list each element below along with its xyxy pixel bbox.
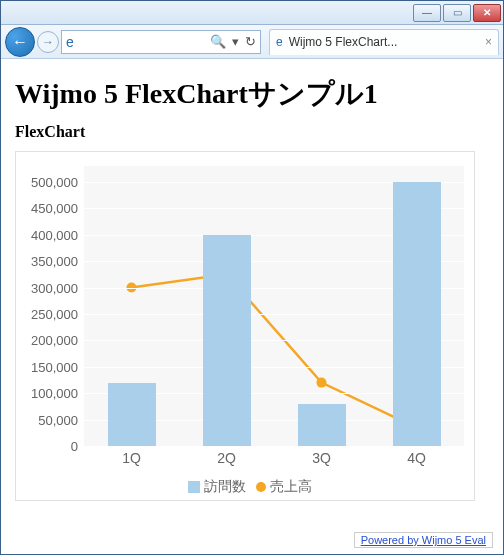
legend-swatch-bar <box>188 481 200 493</box>
legend-label: 売上高 <box>270 478 312 494</box>
chart-legend: 訪問数売上高 <box>16 478 474 496</box>
chart-line <box>132 274 417 427</box>
chart-y-tick: 50,000 <box>18 412 78 427</box>
close-button[interactable]: ✕ <box>473 4 501 22</box>
page-content: Wijmo 5 FlexChartサンプル1 FlexChart 訪問数売上高 … <box>1 59 503 554</box>
chart-y-tick: 500,000 <box>18 174 78 189</box>
forward-button[interactable]: → <box>37 31 59 53</box>
chart-y-tick: 150,000 <box>18 359 78 374</box>
chart-x-tick: 2Q <box>217 450 236 466</box>
wijmo-eval-link[interactable]: Powered by Wijmo 5 Eval <box>354 532 493 548</box>
maximize-button[interactable]: ▭ <box>443 4 471 22</box>
flexchart: 訪問数売上高 050,000100,000150,000200,000250,0… <box>15 151 475 501</box>
chart-y-tick: 100,000 <box>18 386 78 401</box>
back-button[interactable]: ← <box>5 27 35 57</box>
chart-y-tick: 300,000 <box>18 280 78 295</box>
arrow-left-icon: ← <box>12 33 28 51</box>
tab-close-icon[interactable]: × <box>485 35 492 49</box>
search-icon[interactable]: 🔍 <box>210 34 226 49</box>
chart-x-tick: 4Q <box>407 450 426 466</box>
chart-x-tick: 1Q <box>122 450 141 466</box>
close-icon: ✕ <box>483 7 491 18</box>
chart-bar <box>298 404 346 446</box>
ie-icon: e <box>66 34 74 50</box>
legend-swatch-dot <box>256 482 266 492</box>
chart-bar <box>203 235 251 446</box>
chart-bar <box>393 182 441 446</box>
browser-toolbar: ← → e 🔍 ▾ ↻ e Wijmo 5 FlexChart... × <box>1 25 503 59</box>
window-titlebar: — ▭ ✕ <box>1 1 503 25</box>
ie-icon: e <box>276 35 283 49</box>
browser-window: — ▭ ✕ ← → e 🔍 ▾ ↻ e Wijmo 5 FlexChart...… <box>0 0 504 555</box>
tab-title: Wijmo 5 FlexChart... <box>289 35 398 49</box>
chart-y-tick: 0 <box>18 439 78 454</box>
refresh-icon[interactable]: ↻ <box>245 34 256 49</box>
maximize-icon: ▭ <box>453 7 462 18</box>
chart-x-tick: 3Q <box>312 450 331 466</box>
section-title: FlexChart <box>15 123 489 141</box>
dropdown-icon[interactable]: ▾ <box>232 34 239 49</box>
chart-y-tick: 400,000 <box>18 227 78 242</box>
page-title: Wijmo 5 FlexChartサンプル1 <box>15 75 489 113</box>
chart-y-tick: 250,000 <box>18 306 78 321</box>
chart-plot-area <box>84 166 464 446</box>
address-tools: 🔍 ▾ ↻ <box>210 34 256 49</box>
minimize-button[interactable]: — <box>413 4 441 22</box>
browser-tab[interactable]: e Wijmo 5 FlexChart... × <box>269 29 499 55</box>
chart-y-tick: 450,000 <box>18 201 78 216</box>
legend-label: 訪問数 <box>204 478 246 494</box>
chart-y-tick: 200,000 <box>18 333 78 348</box>
address-bar[interactable]: e 🔍 ▾ ↻ <box>61 30 261 54</box>
chart-y-tick: 350,000 <box>18 254 78 269</box>
chart-gridline <box>84 446 464 447</box>
minimize-icon: — <box>422 7 432 18</box>
chart-bar <box>108 383 156 446</box>
chart-line-point <box>317 378 327 388</box>
arrow-right-icon: → <box>42 35 54 49</box>
